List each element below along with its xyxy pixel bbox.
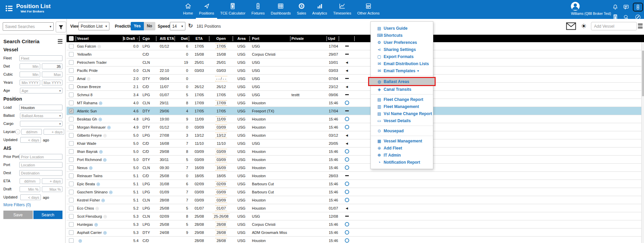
- dest-input[interactable]: [19, 170, 62, 176]
- vessel-name[interactable]: Petrochem Trader: [76, 60, 123, 64]
- row-checkbox[interactable]: [69, 214, 74, 219]
- add-vessel-input[interactable]: [591, 22, 637, 30]
- cargo-select[interactable]: ▾: [20, 121, 62, 127]
- refresh-icon[interactable]: ↻: [188, 22, 193, 29]
- column-header-eta[interactable]: ETA: [189, 36, 209, 41]
- menu-item-user-preferences[interactable]: ⚙User Preferences: [371, 39, 433, 46]
- menu-item-notification-report[interactable]: ◔Notification Report: [371, 159, 433, 166]
- table-row[interactable]: Pacific Pride0.0CLN22:10003/0303/03USGUS…: [67, 66, 644, 75]
- row-checkbox[interactable]: [69, 117, 74, 122]
- app-logo[interactable]: Position List Wet For Brokers: [5, 3, 51, 13]
- nav-fixtures[interactable]: Fixtures: [249, 0, 268, 19]
- vessel-name[interactable]: ◎: [76, 239, 123, 243]
- table-row[interactable]: Schmui 83.4LPG01/07517/0517/05USGUSGtest…: [67, 91, 644, 99]
- vessel-name[interactable]: MT Rahama◎: [76, 101, 123, 105]
- table-row[interactable]: Port Richmond◎5.0DTY30/11503/0903/09USGH…: [67, 156, 644, 164]
- row-checkbox[interactable]: ✓: [69, 109, 74, 113]
- filter-button[interactable]: [56, 22, 66, 32]
- table-row[interactable]: Ilhan Bayrak◎5.0C/D29/08803/0903/09USGHo…: [67, 147, 644, 156]
- sidebar-menu-icon[interactable]: [58, 39, 62, 44]
- vessel-name[interactable]: Besiktas Gh◎: [76, 117, 123, 121]
- vessel-name[interactable]: Gas Falcon◎: [76, 44, 123, 48]
- table-row[interactable]: Gaschem Shinano◎5.1LPG01/09703/0903/09US…: [67, 188, 644, 196]
- cubic-min-input[interactable]: [20, 72, 40, 77]
- menu-item-ballast-areas[interactable]: ◍Ballast Areas: [369, 78, 435, 85]
- user-box[interactable]: Williams (Q88 Broker Test): [570, 1, 612, 16]
- fleet-input[interactable]: [19, 55, 62, 61]
- menu-item-vessel-details[interactable]: ▭Vessel Details: [371, 117, 433, 124]
- draft-min-input[interactable]: [20, 186, 40, 192]
- menu-item-fleet-management[interactable]: ▥Fleet Management: [371, 103, 433, 110]
- column-header-vessel[interactable]: Vessel: [76, 36, 123, 41]
- vessel-name[interactable]: Eco Chios◎: [76, 206, 123, 210]
- table-row[interactable]: Kestrel Fisher◎5.1CLN28/08703/0903/09USG…: [67, 196, 644, 204]
- table-row[interactable]: YellowfinC/D015/0815/08USGCorpus Christi…: [67, 50, 644, 58]
- table-row[interactable]: ◎5.4C/D28/0828/08USGHouston15:46: [67, 237, 644, 243]
- menu-item-email-templates[interactable]: ✉Email Templates▾: [371, 67, 433, 74]
- ais-updated-input[interactable]: [20, 194, 41, 200]
- row-checkbox[interactable]: [69, 182, 74, 186]
- row-checkbox[interactable]: [69, 60, 74, 65]
- cubic-max-input[interactable]: [42, 72, 62, 77]
- nav-dashboards[interactable]: Dashboards: [268, 0, 294, 19]
- column-header-open[interactable]: Open: [209, 36, 233, 41]
- table-row[interactable]: Scot Flensburg◎5.3CLN02/09825/0825-26/08…: [67, 212, 644, 220]
- age-select[interactable]: Age▾: [20, 88, 62, 93]
- table-row[interactable]: ✓Atlantic Sun4.6DTY29/06417/0517/05USGFr…: [67, 107, 644, 115]
- ais-eta-date-input[interactable]: [20, 178, 40, 184]
- table-row[interactable]: Khair Wade5.0C/D16/08711/1011/10USGUSG20…: [67, 139, 644, 147]
- vessel-name[interactable]: Ilhan Bayrak◎: [76, 150, 123, 154]
- email-icon[interactable]: [566, 22, 576, 30]
- row-checkbox[interactable]: [69, 133, 74, 138]
- row-checkbox[interactable]: [69, 84, 74, 89]
- table-row[interactable]: Eco Chios◎5.2LPG25/08501/0701/07USGHoust…: [67, 204, 644, 212]
- laycan-minus-icon[interactable]: -: [15, 129, 20, 134]
- menu-item-sharing-settings[interactable]: ⋖Sharing Settings: [371, 46, 433, 53]
- dwt-max-input[interactable]: [42, 63, 62, 69]
- laycan-date-input[interactable]: [21, 129, 42, 135]
- nav-other-actions[interactable]: Other Actions: [354, 0, 383, 19]
- row-checkbox[interactable]: [69, 198, 74, 202]
- row-checkbox[interactable]: [69, 141, 74, 146]
- menu-item-vsl-name-change-report[interactable]: ▤Vsl Name Change Report: [371, 110, 433, 117]
- laycan-days-input[interactable]: [44, 129, 64, 135]
- predictive-yes-button[interactable]: Yes: [131, 22, 144, 30]
- column-header-upd[interactable]: Upd: [327, 36, 339, 41]
- table-row[interactable]: Epic Beata◎5.1LPG31/08602/0902/09USGBarb…: [67, 180, 644, 188]
- table-row[interactable]: Asphalt Carrier◎5.3DTY24/08929/0828/08US…: [67, 228, 644, 237]
- vessel-name[interactable]: Schmui 8: [76, 93, 123, 97]
- row-checkbox[interactable]: [69, 222, 74, 227]
- vessel-name[interactable]: Gaschem Shinano◎: [76, 190, 123, 194]
- speed-select[interactable]: 14 ▾: [170, 22, 185, 30]
- vessel-name[interactable]: Yellowfin: [76, 52, 123, 56]
- row-checkbox[interactable]: [69, 68, 74, 73]
- years-min-input[interactable]: [20, 80, 40, 85]
- vessel-name[interactable]: Ocean Breeze: [76, 85, 123, 89]
- row-checkbox[interactable]: [69, 125, 74, 130]
- table-row[interactable]: Gas Falcon◎0.0LPG01/12617/0517/05USGUSG1…: [67, 42, 644, 50]
- nav-home[interactable]: Home: [180, 0, 196, 19]
- vessel-name[interactable]: Pacific Pride: [76, 69, 123, 73]
- nav-positions[interactable]: Positions: [196, 0, 217, 19]
- vessel-name[interactable]: Asphalt Carrier◎: [76, 231, 123, 235]
- row-checkbox[interactable]: [69, 238, 74, 243]
- menu-item-export-formats[interactable]: ▢Export Formats: [371, 53, 433, 60]
- row-checkbox[interactable]: [69, 44, 74, 49]
- vessel-name[interactable]: Epic Beata◎: [76, 182, 123, 186]
- table-row[interactable]: Besiktas Gh◎4.8LPG19:00911/0911/09USGHou…: [67, 115, 644, 123]
- nav-analytics[interactable]: Analytics: [309, 0, 330, 19]
- prior-port-input[interactable]: [19, 154, 62, 160]
- ais-eta-days-input[interactable]: [42, 178, 62, 184]
- row-checkbox[interactable]: [69, 149, 74, 154]
- menu-item-users-guide[interactable]: ▤Users Guide: [371, 25, 433, 32]
- vessel-name[interactable]: Huntegas◎: [76, 222, 123, 226]
- vertical-scrollbar[interactable]: [641, 42, 644, 243]
- dwt-min-input[interactable]: [20, 63, 40, 69]
- row-checkbox[interactable]: [69, 157, 74, 162]
- draft-max-input[interactable]: [42, 186, 62, 192]
- column-header-dwt[interactable]: Dwt: [175, 36, 189, 41]
- table-row[interactable]: MT Rahama◎4.0CLN29/11817/0917/09USGHoust…: [67, 99, 644, 107]
- vessel-name[interactable]: Port Richmond◎: [76, 158, 123, 162]
- row-checkbox[interactable]: [69, 101, 74, 105]
- row-checkbox[interactable]: [69, 230, 74, 235]
